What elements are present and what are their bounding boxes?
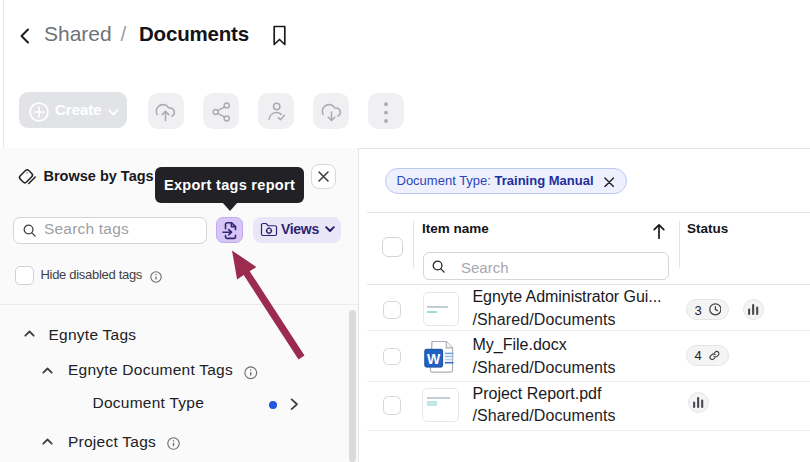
- svg-text:W: W: [427, 351, 441, 367]
